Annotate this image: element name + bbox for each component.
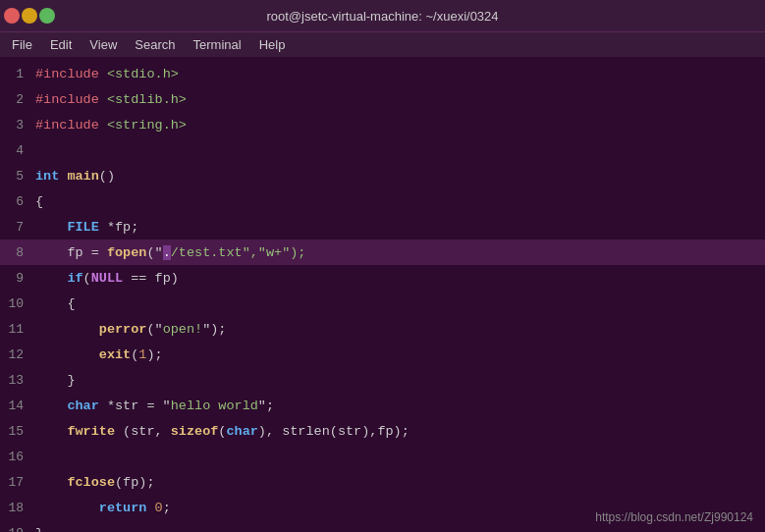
line-number: 18: [0, 501, 35, 515]
line-number: 16: [0, 450, 35, 464]
code-line-6: 6{: [0, 188, 765, 214]
line-number: 9: [0, 271, 35, 286]
line-code: if(NULL == fp): [35, 271, 179, 286]
menu-edit[interactable]: Edit: [42, 35, 80, 54]
line-number: 1: [0, 67, 35, 81]
line-code: return 0;: [35, 501, 171, 515]
line-number: 6: [0, 194, 35, 209]
code-line-4: 4: [0, 137, 765, 163]
line-number: 10: [0, 296, 35, 311]
window-title: root@jsetc-virtual-machine: ~/xuexi/0324: [266, 9, 498, 24]
code-line-3: 3#include <string.h>: [0, 112, 765, 137]
line-number: 2: [0, 92, 35, 107]
line-code: fclose(fp);: [35, 475, 155, 490]
code-line-12: 12 exit(1);: [0, 342, 765, 367]
code-line-1: 1#include <stdio.h>: [0, 61, 765, 86]
line-number: 7: [0, 220, 35, 235]
title-bar: root@jsetc-virtual-machine: ~/xuexi/0324: [0, 0, 765, 31]
menu-help[interactable]: Help: [251, 35, 294, 54]
line-code: }: [35, 373, 76, 388]
line-number: 17: [0, 475, 35, 490]
line-number: 15: [0, 424, 35, 439]
code-line-10: 10 {: [0, 291, 765, 316]
line-code: exit(1);: [35, 347, 163, 362]
minimize-button[interactable]: [22, 8, 37, 24]
code-editor[interactable]: 1#include <stdio.h>2#include <stdlib.h>3…: [0, 57, 765, 532]
line-code: #include <stdlib.h>: [35, 92, 187, 107]
maximize-button[interactable]: [39, 8, 55, 24]
code-line-2: 2#include <stdlib.h>: [0, 86, 765, 112]
line-number: 19: [0, 526, 35, 533]
line-number: 4: [0, 143, 35, 158]
line-code: #include <string.h>: [35, 118, 187, 133]
line-code: fwrite (str, sizeof(char), strlen(str),f…: [35, 424, 410, 439]
code-line-15: 15 fwrite (str, sizeof(char), strlen(str…: [0, 418, 765, 444]
code-line-13: 13 }: [0, 367, 765, 393]
menu-search[interactable]: Search: [127, 35, 183, 54]
line-code: #include <stdio.h>: [35, 67, 179, 81]
code-line-11: 11 perror("open!");: [0, 316, 765, 342]
line-number: 3: [0, 118, 35, 133]
menu-terminal[interactable]: Terminal: [186, 35, 249, 54]
line-number: 12: [0, 347, 35, 362]
code-line-5: 5int main(): [0, 163, 765, 188]
line-code: perror("open!");: [35, 322, 226, 337]
line-code: int main(): [35, 169, 115, 184]
line-number: 8: [0, 245, 35, 260]
code-line-9: 9 if(NULL == fp): [0, 265, 765, 291]
menu-file[interactable]: File: [4, 35, 40, 54]
close-button[interactable]: [4, 8, 20, 24]
line-code: FILE *fp;: [35, 220, 138, 235]
code-line-7: 7 FILE *fp;: [0, 214, 765, 239]
line-code: {: [35, 194, 43, 209]
line-code: }: [35, 526, 43, 533]
line-number: 14: [0, 399, 35, 413]
menu-bar: File Edit View Search Terminal Help: [0, 31, 765, 57]
line-number: 13: [0, 373, 35, 388]
code-line-17: 17 fclose(fp);: [0, 469, 765, 495]
code-line-14: 14 char *str = "hello world";: [0, 393, 765, 418]
code-line-8: 8 fp = fopen("./test.txt","w+");: [0, 239, 765, 265]
line-number: 5: [0, 169, 35, 184]
line-code: {: [35, 296, 76, 311]
line-code: fp = fopen("./test.txt","w+");: [35, 245, 305, 260]
line-code: char *str = "hello world";: [35, 399, 274, 413]
url-watermark: https://blog.csdn.net/Zj990124: [595, 510, 753, 524]
code-line-16: 16: [0, 444, 765, 469]
line-number: 11: [0, 322, 35, 337]
window-controls[interactable]: [0, 0, 55, 31]
menu-view[interactable]: View: [82, 35, 125, 54]
